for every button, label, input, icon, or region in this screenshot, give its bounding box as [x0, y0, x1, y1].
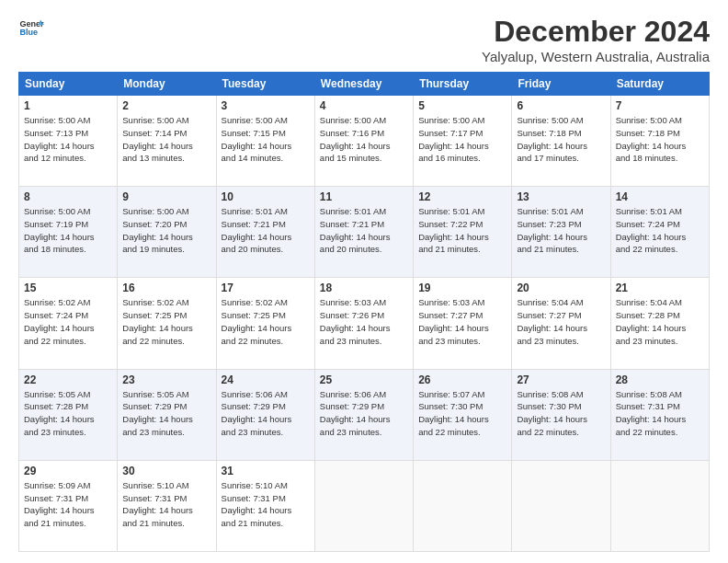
table-row: 19Sunrise: 5:03 AM Sunset: 7:27 PM Dayli… — [414, 278, 512, 369]
day-number: 16 — [122, 282, 210, 294]
table-row: 29Sunrise: 5:09 AM Sunset: 7:31 PM Dayli… — [19, 460, 118, 551]
day-info: Sunrise: 5:05 AM Sunset: 7:28 PM Dayligh… — [24, 388, 112, 439]
table-row: 11Sunrise: 5:01 AM Sunset: 7:21 PM Dayli… — [314, 187, 413, 278]
table-row: 17Sunrise: 5:02 AM Sunset: 7:25 PM Dayli… — [216, 278, 314, 369]
day-number: 7 — [616, 99, 704, 112]
day-info: Sunrise: 5:01 AM Sunset: 7:21 PM Dayligh… — [320, 205, 408, 256]
day-number: 5 — [418, 99, 506, 112]
day-info: Sunrise: 5:00 AM Sunset: 7:13 PM Dayligh… — [24, 114, 112, 165]
day-number: 20 — [517, 282, 605, 294]
table-row: 8Sunrise: 5:00 AM Sunset: 7:19 PM Daylig… — [19, 187, 118, 278]
day-number: 1 — [24, 99, 112, 112]
day-info: Sunrise: 5:00 AM Sunset: 7:16 PM Dayligh… — [320, 114, 408, 165]
day-info: Sunrise: 5:08 AM Sunset: 7:31 PM Dayligh… — [616, 388, 704, 439]
table-row: 23Sunrise: 5:05 AM Sunset: 7:29 PM Dayli… — [118, 369, 216, 460]
day-number: 15 — [24, 282, 112, 294]
day-number: 4 — [320, 99, 408, 112]
day-number: 10 — [222, 190, 310, 203]
day-number: 8 — [24, 190, 112, 203]
svg-text:Blue: Blue — [19, 28, 38, 37]
col-thursday: Thursday — [414, 73, 512, 96]
table-row: 9Sunrise: 5:00 AM Sunset: 7:20 PM Daylig… — [118, 187, 216, 278]
day-info: Sunrise: 5:06 AM Sunset: 7:29 PM Dayligh… — [222, 388, 310, 439]
day-number: 30 — [122, 465, 210, 477]
table-row — [512, 460, 610, 551]
table-row: 31Sunrise: 5:10 AM Sunset: 7:31 PM Dayli… — [216, 460, 314, 551]
day-info: Sunrise: 5:09 AM Sunset: 7:31 PM Dayligh… — [24, 479, 112, 530]
day-number: 14 — [616, 190, 704, 203]
day-info: Sunrise: 5:01 AM Sunset: 7:22 PM Dayligh… — [418, 205, 506, 256]
day-number: 21 — [616, 282, 704, 294]
day-number: 11 — [320, 190, 408, 203]
day-number: 19 — [418, 282, 506, 294]
day-info: Sunrise: 5:10 AM Sunset: 7:31 PM Dayligh… — [222, 479, 310, 530]
table-row: 26Sunrise: 5:07 AM Sunset: 7:30 PM Dayli… — [414, 369, 512, 460]
calendar-table: Sunday Monday Tuesday Wednesday Thursday… — [18, 72, 710, 552]
day-info: Sunrise: 5:02 AM Sunset: 7:25 PM Dayligh… — [122, 296, 210, 347]
day-info: Sunrise: 5:01 AM Sunset: 7:24 PM Dayligh… — [616, 205, 704, 256]
table-row: 5Sunrise: 5:00 AM Sunset: 7:17 PM Daylig… — [414, 96, 512, 187]
day-number: 25 — [320, 373, 408, 386]
day-info: Sunrise: 5:00 AM Sunset: 7:17 PM Dayligh… — [418, 114, 506, 165]
day-number: 17 — [222, 282, 310, 294]
col-tuesday: Tuesday — [216, 73, 314, 96]
page: General Blue December 2024 Yalyalup, Wes… — [0, 0, 728, 563]
day-number: 18 — [320, 282, 408, 294]
day-info: Sunrise: 5:07 AM Sunset: 7:30 PM Dayligh… — [418, 388, 506, 439]
day-info: Sunrise: 5:04 AM Sunset: 7:27 PM Dayligh… — [517, 296, 605, 347]
title-block: December 2024 Yalyalup, Western Australi… — [482, 15, 710, 64]
table-row — [414, 460, 512, 551]
table-row: 21Sunrise: 5:04 AM Sunset: 7:28 PM Dayli… — [610, 278, 709, 369]
col-saturday: Saturday — [610, 73, 709, 96]
day-number: 22 — [24, 373, 112, 386]
table-row: 27Sunrise: 5:08 AM Sunset: 7:30 PM Dayli… — [512, 369, 610, 460]
table-row: 30Sunrise: 5:10 AM Sunset: 7:31 PM Dayli… — [118, 460, 216, 551]
day-number: 12 — [418, 190, 506, 203]
table-row: 4Sunrise: 5:00 AM Sunset: 7:16 PM Daylig… — [314, 96, 413, 187]
day-info: Sunrise: 5:01 AM Sunset: 7:21 PM Dayligh… — [222, 205, 310, 256]
header: General Blue December 2024 Yalyalup, Wes… — [18, 15, 710, 64]
table-row: 6Sunrise: 5:00 AM Sunset: 7:18 PM Daylig… — [512, 96, 610, 187]
day-info: Sunrise: 5:00 AM Sunset: 7:19 PM Dayligh… — [24, 205, 112, 256]
day-info: Sunrise: 5:00 AM Sunset: 7:18 PM Dayligh… — [616, 114, 704, 165]
day-info: Sunrise: 5:03 AM Sunset: 7:27 PM Dayligh… — [418, 296, 506, 347]
col-wednesday: Wednesday — [314, 73, 413, 96]
table-row: 10Sunrise: 5:01 AM Sunset: 7:21 PM Dayli… — [216, 187, 314, 278]
day-info: Sunrise: 5:04 AM Sunset: 7:28 PM Dayligh… — [616, 296, 704, 347]
table-row — [610, 460, 709, 551]
table-row: 25Sunrise: 5:06 AM Sunset: 7:29 PM Dayli… — [314, 369, 413, 460]
table-row: 18Sunrise: 5:03 AM Sunset: 7:26 PM Dayli… — [314, 278, 413, 369]
day-number: 27 — [517, 373, 605, 386]
location-title: Yalyalup, Western Australia, Australia — [482, 49, 710, 64]
day-number: 13 — [517, 190, 605, 203]
col-sunday: Sunday — [19, 73, 118, 96]
day-info: Sunrise: 5:00 AM Sunset: 7:14 PM Dayligh… — [122, 114, 210, 165]
day-info: Sunrise: 5:05 AM Sunset: 7:29 PM Dayligh… — [122, 388, 210, 439]
day-info: Sunrise: 5:10 AM Sunset: 7:31 PM Dayligh… — [122, 479, 210, 530]
day-number: 6 — [517, 99, 605, 112]
table-row: 22Sunrise: 5:05 AM Sunset: 7:28 PM Dayli… — [19, 369, 118, 460]
table-row — [314, 460, 413, 551]
day-info: Sunrise: 5:06 AM Sunset: 7:29 PM Dayligh… — [320, 388, 408, 439]
table-row: 3Sunrise: 5:00 AM Sunset: 7:15 PM Daylig… — [216, 96, 314, 187]
day-number: 3 — [222, 99, 310, 112]
day-info: Sunrise: 5:02 AM Sunset: 7:24 PM Dayligh… — [24, 296, 112, 347]
day-number: 29 — [24, 465, 112, 477]
day-info: Sunrise: 5:02 AM Sunset: 7:25 PM Dayligh… — [222, 296, 310, 347]
day-number: 24 — [222, 373, 310, 386]
table-row: 15Sunrise: 5:02 AM Sunset: 7:24 PM Dayli… — [19, 278, 118, 369]
table-row: 14Sunrise: 5:01 AM Sunset: 7:24 PM Dayli… — [610, 187, 709, 278]
day-info: Sunrise: 5:00 AM Sunset: 7:18 PM Dayligh… — [517, 114, 605, 165]
day-info: Sunrise: 5:01 AM Sunset: 7:23 PM Dayligh… — [517, 205, 605, 256]
logo-icon: General Blue — [18, 15, 44, 40]
day-info: Sunrise: 5:08 AM Sunset: 7:30 PM Dayligh… — [517, 388, 605, 439]
logo: General Blue — [18, 15, 44, 40]
month-title: December 2024 — [482, 15, 710, 49]
table-row: 20Sunrise: 5:04 AM Sunset: 7:27 PM Dayli… — [512, 278, 610, 369]
day-info: Sunrise: 5:00 AM Sunset: 7:20 PM Dayligh… — [122, 205, 210, 256]
table-row: 16Sunrise: 5:02 AM Sunset: 7:25 PM Dayli… — [118, 278, 216, 369]
day-number: 26 — [418, 373, 506, 386]
table-row: 24Sunrise: 5:06 AM Sunset: 7:29 PM Dayli… — [216, 369, 314, 460]
table-row: 13Sunrise: 5:01 AM Sunset: 7:23 PM Dayli… — [512, 187, 610, 278]
table-row: 12Sunrise: 5:01 AM Sunset: 7:22 PM Dayli… — [414, 187, 512, 278]
